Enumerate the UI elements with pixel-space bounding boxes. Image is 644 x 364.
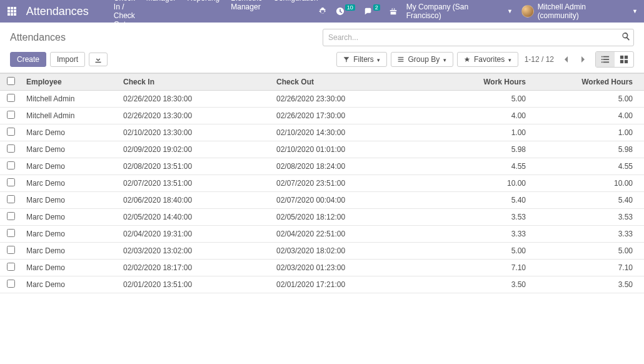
cell-work-hours: 1.00 [425,124,531,141]
activities-icon[interactable]: 10 [336,7,355,16]
row-checkbox[interactable] [7,128,15,136]
svg-rect-10 [398,59,404,59]
cell-checkin: 02/07/2020 13:51:00 [118,175,271,192]
row-checkbox[interactable] [7,178,15,186]
row-checkbox[interactable] [7,229,15,237]
cell-checkin: 02/02/2020 18:17:00 [118,260,271,276]
menu-reporting[interactable]: Reporting [187,0,219,29]
cell-checkin: 02/08/2020 13:51:00 [118,158,271,175]
app-title[interactable]: Attendances [26,5,89,18]
row-checkbox[interactable] [7,94,15,102]
row-checkbox[interactable] [7,212,15,220]
cell-work-hours: 4.55 [425,158,531,175]
create-button[interactable]: Create [10,52,46,67]
table-row[interactable]: Marc Demo02/01/2020 13:51:0002/01/2020 1… [0,276,644,293]
col-worked-hours[interactable]: Worked Hours [531,74,644,91]
company-switcher[interactable]: My Company (San Francisco) ▼ [406,3,513,20]
groupby-label: Group By [408,55,440,64]
cell-checkout: 02/04/2020 22:51:00 [271,226,425,243]
col-work-hours[interactable]: Work Hours [425,74,531,91]
svg-rect-2 [14,7,16,9]
cell-worked-hours: 5.00 [531,91,644,108]
table-row[interactable]: Marc Demo02/06/2020 18:40:0002/07/2020 0… [0,192,644,209]
search-input[interactable] [323,29,634,46]
table-row[interactable]: Marc Demo02/08/2020 13:51:0002/08/2020 1… [0,158,644,175]
company-name: My Company (San Francisco) [406,3,503,20]
svg-rect-1 [11,7,13,9]
cell-employee: Marc Demo [21,226,118,243]
table-row[interactable]: Mitchell Admin02/26/2020 18:30:0002/26/2… [0,91,644,108]
discuss-icon[interactable]: 2 [364,7,380,16]
table-row[interactable]: Marc Demo02/04/2020 19:31:0002/04/2020 2… [0,226,644,243]
row-checkbox[interactable] [7,111,15,119]
menu-manager[interactable]: Manager [146,0,176,29]
col-employee[interactable]: Employee [21,74,118,91]
row-checkbox[interactable] [7,263,15,271]
pager-prev[interactable] [560,54,571,64]
menu-checkin-checkout[interactable]: Check In / Check Out [114,0,135,29]
cell-employee: Marc Demo [21,276,118,293]
svg-rect-18 [620,56,623,59]
menu-biometric-manager[interactable]: Biometric Manager [231,0,262,29]
gift-icon[interactable] [389,7,398,16]
menu-configuration[interactable]: Configuration [273,0,318,29]
col-checkin[interactable]: Check In [118,74,271,91]
cell-checkin: 02/10/2020 13:30:00 [118,124,271,141]
table-row[interactable]: Marc Demo02/09/2020 19:02:0002/10/2020 0… [0,141,644,158]
view-list[interactable] [596,52,615,67]
download-button[interactable] [89,53,108,66]
top-navbar: Attendances Check In / Check Out Manager… [0,0,644,23]
svg-rect-11 [398,61,404,62]
view-switcher [595,51,634,68]
cell-checkout: 02/26/2020 17:30:00 [271,108,425,124]
table-row[interactable]: Marc Demo02/05/2020 14:40:0002/05/2020 1… [0,209,644,226]
cell-checkin: 02/05/2020 14:40:00 [118,209,271,226]
select-all-checkbox[interactable] [7,77,15,85]
cell-checkout: 02/26/2020 23:30:00 [271,91,425,108]
cell-checkout: 02/01/2020 17:21:00 [271,276,425,293]
svg-rect-13 [603,56,610,58]
nav-menu: Check In / Check Out Manager Reporting B… [114,0,318,29]
user-menu[interactable]: Mitchell Admin (community) ▼ [521,3,638,20]
table-row[interactable]: Marc Demo02/10/2020 13:30:0002/10/2020 1… [0,124,644,141]
cell-checkin: 02/04/2020 19:31:00 [118,226,271,243]
pager-next[interactable] [578,54,589,64]
cell-work-hours: 5.98 [425,141,531,158]
cell-checkin: 02/09/2020 19:02:00 [118,141,271,158]
table-row[interactable]: Marc Demo02/07/2020 13:51:0002/07/2020 2… [0,175,644,192]
svg-rect-21 [625,60,628,63]
apps-icon[interactable] [6,6,18,17]
table-row[interactable]: Mitchell Admin02/26/2020 13:30:0002/26/2… [0,108,644,124]
cell-checkout: 02/07/2020 23:51:00 [271,175,425,192]
cell-employee: Marc Demo [21,260,118,276]
row-checkbox[interactable] [7,161,15,169]
cell-checkout: 02/10/2020 01:01:00 [271,141,425,158]
favorites-button[interactable]: Favorites ▾ [457,52,518,67]
svg-rect-20 [620,60,623,63]
table-row[interactable]: Marc Demo02/03/2020 13:02:0002/03/2020 1… [0,243,644,260]
cell-employee: Marc Demo [21,124,118,141]
row-checkbox[interactable] [7,246,15,254]
svg-rect-16 [601,62,603,63]
cell-work-hours: 3.53 [425,209,531,226]
cell-checkout: 02/03/2020 01:23:00 [271,260,425,276]
svg-rect-0 [8,7,10,9]
svg-rect-7 [11,13,13,16]
filters-button[interactable]: Filters ▾ [336,52,387,67]
row-checkbox[interactable] [7,280,15,288]
svg-rect-8 [14,13,16,16]
col-checkout[interactable]: Check Out [271,74,425,91]
cell-checkin: 02/26/2020 13:30:00 [118,108,271,124]
row-checkbox[interactable] [7,144,15,153]
table-header-row: Employee Check In Check Out Work Hours W… [0,74,644,91]
search-icon[interactable] [621,32,630,41]
row-checkbox[interactable] [7,195,15,203]
import-button[interactable]: Import [50,52,85,67]
cell-employee: Marc Demo [21,175,118,192]
cell-checkin: 02/01/2020 13:51:00 [118,276,271,293]
table-row[interactable]: Marc Demo02/02/2020 18:17:0002/03/2020 0… [0,260,644,276]
groupby-button[interactable]: Group By ▾ [391,52,453,67]
view-kanban[interactable] [615,52,633,67]
bug-icon[interactable] [318,7,327,16]
cell-checkout: 02/05/2020 18:12:00 [271,209,425,226]
